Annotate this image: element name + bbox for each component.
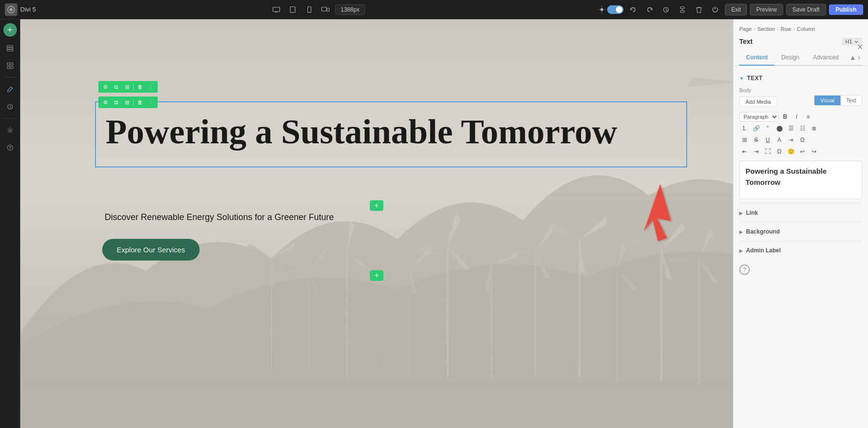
link-section-header[interactable]: ▶ Link xyxy=(739,208,862,217)
italic-btn[interactable]: I xyxy=(791,111,802,122)
row-delete-icon[interactable]: 🗑 xyxy=(136,98,144,107)
breadcrumb-row[interactable]: Row xyxy=(781,26,791,32)
cta-button[interactable]: Explore Our Services xyxy=(102,239,200,261)
undo-btn[interactable] xyxy=(626,3,640,16)
link-btn[interactable]: 🔗 xyxy=(751,123,761,134)
strikethrough-btn[interactable]: S xyxy=(751,135,761,145)
left-sidebar: + xyxy=(0,19,20,428)
table-btn[interactable]: ⊞ xyxy=(739,135,750,145)
responsive-icon[interactable] xyxy=(319,3,332,16)
paragraph-select[interactable]: Paragraph Heading 1 Heading 2 Heading 3 xyxy=(739,112,779,122)
text-module[interactable]: Powering a Sustainable Tomorrow xyxy=(95,101,687,167)
text-color-btn[interactable]: A xyxy=(774,135,785,145)
history-side-btn[interactable] xyxy=(2,99,18,114)
svg-rect-22 xyxy=(7,66,10,69)
undo-editor-btn[interactable]: ↩ xyxy=(797,146,808,157)
omega-btn[interactable]: Ω xyxy=(774,146,785,157)
layers-btn[interactable] xyxy=(2,41,18,56)
mobile-view-btn[interactable] xyxy=(302,3,316,16)
settings-side-btn[interactable] xyxy=(2,123,18,138)
align-right-btn[interactable]: ☷ xyxy=(797,123,808,134)
row-grid-icon[interactable]: ⊞ xyxy=(122,98,131,107)
help-side-btn[interactable] xyxy=(2,140,18,155)
add-element-button[interactable]: + xyxy=(3,23,17,37)
tab-content[interactable]: Content xyxy=(739,50,774,66)
section-duplicate-icon[interactable]: ⧉ xyxy=(112,83,121,91)
fullscreen-btn[interactable]: ⛶ xyxy=(762,146,773,157)
quote-btn[interactable]: " xyxy=(762,123,773,134)
svg-rect-21 xyxy=(11,63,13,65)
exit-button[interactable]: Exit xyxy=(725,4,747,15)
breadcrumb-section[interactable]: Section xyxy=(757,26,775,32)
background-section: ▶ Background xyxy=(739,222,862,241)
section-toolbar: ⚙ ⧉ ⊞ 🗑 ⋮ xyxy=(98,81,158,93)
special-char-btn[interactable]: Ω xyxy=(797,135,808,145)
tab-advanced[interactable]: Advanced xyxy=(806,50,845,66)
app-icon[interactable] xyxy=(5,3,17,16)
align-left-btn[interactable]: ⬤ xyxy=(774,123,785,134)
help-icon[interactable]: ? xyxy=(739,264,750,275)
ordered-list-btn[interactable]: 1. xyxy=(739,123,750,134)
svg-rect-19 xyxy=(7,50,13,51)
width-display[interactable]: 1388px xyxy=(335,4,365,15)
row-more-icon[interactable]: ⋮ xyxy=(146,98,155,107)
edit-btn[interactable] xyxy=(2,82,18,97)
underline-btn[interactable]: U xyxy=(762,135,773,145)
link-section: ▶ Link xyxy=(739,203,862,222)
section-more-icon[interactable]: ⋮ xyxy=(146,83,155,91)
row-duplicate-icon[interactable]: ⧉ xyxy=(112,98,121,107)
settings-btn[interactable] xyxy=(676,3,689,16)
svg-point-8 xyxy=(600,8,603,11)
redo-btn[interactable] xyxy=(643,3,656,16)
power-btn[interactable] xyxy=(708,3,722,16)
tab-design[interactable]: Design xyxy=(774,50,806,66)
breadcrumb-column[interactable]: Column xyxy=(797,26,815,32)
preview-button[interactable]: Preview xyxy=(750,4,783,15)
section-settings-icon[interactable]: ⚙ xyxy=(101,83,110,91)
admin-label-section-label: Admin Label xyxy=(746,247,781,254)
add-media-button[interactable]: Add Media xyxy=(739,97,777,107)
text-mode-button[interactable]: Text xyxy=(841,96,862,105)
add-module-btn-2[interactable]: + xyxy=(370,270,383,281)
svg-rect-18 xyxy=(7,48,13,49)
indent-right-btn[interactable]: ⇥ xyxy=(751,146,761,157)
theme-toggle[interactable] xyxy=(607,5,624,14)
panel-menu-btn[interactable]: › xyxy=(858,54,860,61)
svg-point-25 xyxy=(9,129,11,131)
admin-label-section-header[interactable]: ▶ Admin Label xyxy=(739,246,862,255)
elements-btn[interactable] xyxy=(2,58,18,73)
publish-button[interactable]: Publish xyxy=(829,4,863,15)
panel-expand-btn[interactable]: ▲ xyxy=(849,54,856,61)
panel-body: ▼ Text Body Add Media Visual Text Paragr… xyxy=(733,66,868,285)
align-center-btn[interactable]: ☰ xyxy=(786,123,796,134)
text-section-header[interactable]: ▼ Text xyxy=(739,71,862,85)
history-btn[interactable] xyxy=(659,3,673,16)
visual-mode-button[interactable]: Visual xyxy=(814,96,841,105)
svg-rect-23 xyxy=(11,66,13,69)
section-grid-icon[interactable]: ⊞ xyxy=(122,83,131,91)
indent-btn[interactable]: ⇥ xyxy=(786,135,796,145)
bold-btn[interactable]: B xyxy=(780,111,790,122)
indent-left-btn[interactable]: ⇤ xyxy=(739,146,750,157)
row-settings-icon[interactable]: ⚙ xyxy=(101,98,110,107)
save-draft-button[interactable]: Save Draft xyxy=(786,4,826,15)
close-panel-button[interactable]: ✕ xyxy=(857,42,863,52)
list-btn[interactable]: ≡ xyxy=(803,111,814,122)
desktop-view-btn[interactable] xyxy=(270,3,283,16)
section-delete-icon[interactable]: 🗑 xyxy=(136,83,144,91)
breadcrumb-page[interactable]: Page xyxy=(739,26,752,32)
tablet-view-btn[interactable] xyxy=(286,3,299,16)
justify-btn[interactable]: ≣ xyxy=(809,123,819,134)
visual-text-toggle: Visual Text xyxy=(814,95,862,106)
redo-editor-btn[interactable]: ↪ xyxy=(809,146,819,157)
text-preview-area[interactable]: Powering a Sustainable Tomorrow xyxy=(739,161,862,199)
svg-point-3 xyxy=(292,12,293,13)
emoji-btn[interactable]: 🙂 xyxy=(786,146,796,157)
background-section-header[interactable]: ▶ Background xyxy=(739,227,862,236)
theme-toggle-group xyxy=(598,5,624,14)
add-module-btn-1[interactable]: + xyxy=(370,200,383,211)
svg-rect-20 xyxy=(7,63,10,65)
canvas-page: ⚙ ⧉ ⊞ 🗑 ⋮ ⚙ ⧉ ⊞ 🗑 ⋮ Powering a Sustainab… xyxy=(20,19,733,428)
trash-btn[interactable] xyxy=(692,3,705,16)
editor-toolbar-row1: Paragraph Heading 1 Heading 2 Heading 3 … xyxy=(739,111,862,122)
